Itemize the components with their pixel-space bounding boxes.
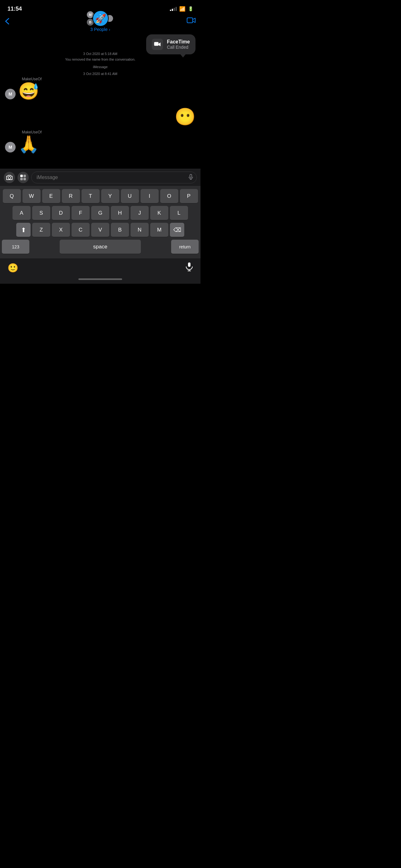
key-m[interactable]: M bbox=[150, 223, 168, 237]
dictation-mic-icon bbox=[186, 262, 193, 272]
facetime-title: FaceTime bbox=[167, 39, 190, 45]
microphone-icon bbox=[189, 174, 193, 180]
home-bar bbox=[78, 278, 122, 280]
svg-rect-5 bbox=[24, 175, 26, 177]
wifi-icon: 📶 bbox=[179, 6, 186, 12]
key-x[interactable]: X bbox=[52, 223, 70, 237]
signal-bar-1 bbox=[170, 10, 171, 11]
chat-area: 3 Oct 2020 at 5:18 AM You removed the na… bbox=[0, 44, 201, 161]
message-row-received-1: M 😅 bbox=[0, 83, 201, 99]
home-indicator bbox=[0, 276, 201, 284]
svg-rect-8 bbox=[190, 174, 192, 178]
svg-rect-11 bbox=[188, 262, 191, 267]
svg-point-3 bbox=[8, 177, 11, 179]
signal-bar-4 bbox=[175, 7, 177, 11]
input-bar bbox=[0, 169, 201, 186]
key-u[interactable]: U bbox=[121, 189, 139, 204]
facetime-toast-icon-bg bbox=[152, 39, 163, 50]
nav-bar: M B 🚀 3 People › bbox=[0, 16, 201, 29]
group-avatar-main: 🚀 bbox=[93, 10, 109, 27]
facetime-video-icon bbox=[154, 41, 161, 47]
key-d[interactable]: D bbox=[52, 206, 70, 220]
key-y[interactable]: Y bbox=[101, 189, 119, 204]
space-key[interactable]: space bbox=[60, 240, 141, 254]
facetime-toast[interactable]: FaceTime Call Ended bbox=[146, 34, 196, 54]
dictation-button[interactable] bbox=[186, 262, 193, 273]
key-t[interactable]: T bbox=[81, 189, 100, 204]
key-z[interactable]: Z bbox=[32, 223, 50, 237]
svg-rect-2 bbox=[154, 42, 159, 46]
key-j[interactable]: J bbox=[131, 206, 149, 220]
msg-avatar-m: M bbox=[5, 89, 15, 99]
msg-emoji-1[interactable]: 😅 bbox=[18, 83, 39, 99]
svg-rect-6 bbox=[20, 178, 23, 180]
svg-rect-4 bbox=[20, 175, 23, 177]
key-h[interactable]: H bbox=[111, 206, 129, 220]
msg-emoji-2[interactable]: 😶 bbox=[175, 108, 196, 125]
key-w[interactable]: W bbox=[23, 189, 41, 204]
camera-icon bbox=[6, 175, 12, 180]
svg-rect-7 bbox=[24, 178, 26, 180]
numbers-key[interactable]: 123 bbox=[2, 240, 29, 254]
key-n[interactable]: N bbox=[131, 223, 149, 237]
bottom-bar: 🙂 bbox=[0, 258, 201, 276]
status-icons: 📶 🔋 bbox=[170, 6, 193, 12]
keyboard-row-2: A S D F G H J K L bbox=[2, 206, 199, 220]
shift-key[interactable]: ⬆ bbox=[16, 223, 31, 237]
svg-rect-1 bbox=[187, 18, 193, 23]
key-p[interactable]: P bbox=[180, 189, 198, 204]
camera-button[interactable] bbox=[4, 172, 15, 183]
key-e[interactable]: E bbox=[42, 189, 60, 204]
key-k[interactable]: K bbox=[150, 206, 168, 220]
msg-emoji-3[interactable]: 🙏 bbox=[18, 135, 39, 153]
signal-bars bbox=[170, 7, 177, 11]
key-l[interactable]: L bbox=[170, 206, 188, 220]
nav-center[interactable]: M B 🚀 3 People › bbox=[86, 11, 114, 32]
timestamp-2: 3 Oct 2020 at 8:41 AM bbox=[0, 72, 201, 75]
video-call-button[interactable] bbox=[187, 17, 196, 26]
video-camera-icon bbox=[187, 17, 196, 24]
key-v[interactable]: V bbox=[91, 223, 109, 237]
keyboard-row-bottom: 123 space return bbox=[2, 240, 199, 254]
app-store-icon bbox=[20, 174, 26, 181]
system-message: You removed the name from the conversati… bbox=[0, 58, 201, 61]
keyboard: Q W E R T Y U I O P A S D F G H J K L ⬆ … bbox=[0, 186, 201, 258]
delete-key[interactable]: ⌫ bbox=[170, 223, 184, 237]
sender-name-1: MakeUseOf bbox=[22, 77, 201, 81]
back-chevron-icon bbox=[5, 18, 9, 25]
mic-icon-input bbox=[189, 174, 193, 181]
avatar-group: M B 🚀 bbox=[86, 11, 114, 26]
battery-icon: 🔋 bbox=[188, 6, 193, 11]
key-q[interactable]: Q bbox=[3, 189, 21, 204]
app-store-button[interactable] bbox=[18, 172, 29, 183]
msg-avatar-m-2: M bbox=[5, 142, 15, 153]
facetime-subtitle: Call Ended bbox=[167, 45, 190, 50]
back-button[interactable] bbox=[5, 18, 9, 25]
status-time: 11:54 bbox=[7, 6, 22, 12]
input-wrapper bbox=[31, 172, 197, 183]
signal-bar-2 bbox=[172, 9, 173, 11]
imessage-label: iMessage bbox=[0, 65, 201, 69]
key-b[interactable]: B bbox=[111, 223, 129, 237]
key-r[interactable]: R bbox=[62, 189, 80, 204]
key-s[interactable]: S bbox=[32, 206, 50, 220]
facetime-toast-text: FaceTime Call Ended bbox=[167, 39, 190, 50]
message-input[interactable] bbox=[31, 172, 197, 183]
key-i[interactable]: I bbox=[140, 189, 159, 204]
signal-bar-3 bbox=[174, 8, 175, 11]
emoji-button[interactable]: 🙂 bbox=[7, 263, 19, 273]
key-c[interactable]: C bbox=[71, 223, 90, 237]
key-a[interactable]: A bbox=[12, 206, 31, 220]
sender-name-2: MakeUseOf bbox=[22, 130, 201, 134]
message-row-sent-1: 😶 bbox=[0, 108, 201, 125]
keyboard-row-3: ⬆ Z X C V B N M ⌫ bbox=[2, 223, 199, 237]
return-key[interactable]: return bbox=[171, 240, 199, 254]
group-label[interactable]: 3 People › bbox=[90, 27, 110, 32]
key-o[interactable]: O bbox=[160, 189, 178, 204]
keyboard-row-1: Q W E R T Y U I O P bbox=[2, 189, 199, 204]
key-f[interactable]: F bbox=[71, 206, 90, 220]
message-row-received-2: M 🙏 bbox=[0, 135, 201, 153]
key-g[interactable]: G bbox=[91, 206, 109, 220]
